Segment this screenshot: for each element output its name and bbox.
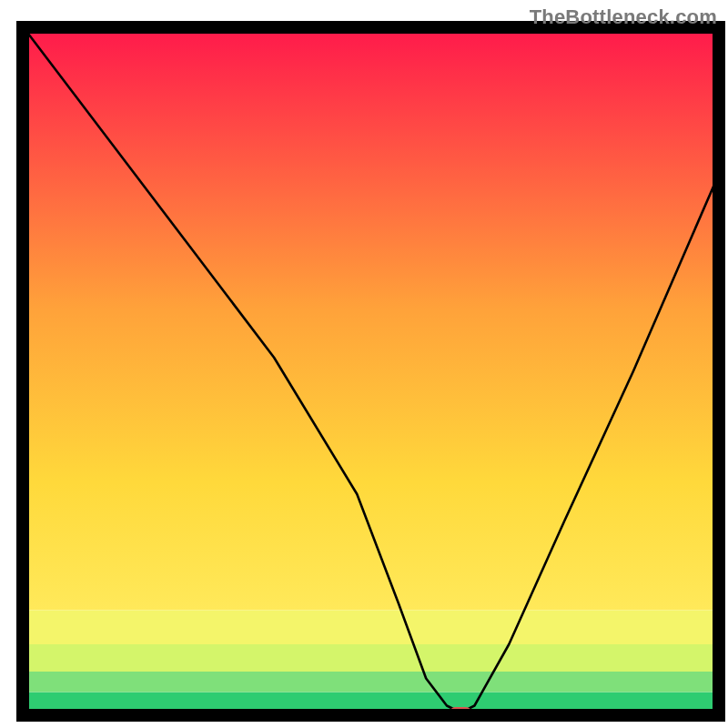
bottleneck-chart: [0, 0, 728, 728]
chart-container: TheBottleneck.com: [0, 0, 728, 728]
color-band: [25, 611, 716, 645]
watermark-text: TheBottleneck.com: [530, 5, 717, 29]
gradient-band: [25, 30, 716, 611]
color-band: [25, 644, 716, 672]
color-band: [25, 672, 716, 693]
